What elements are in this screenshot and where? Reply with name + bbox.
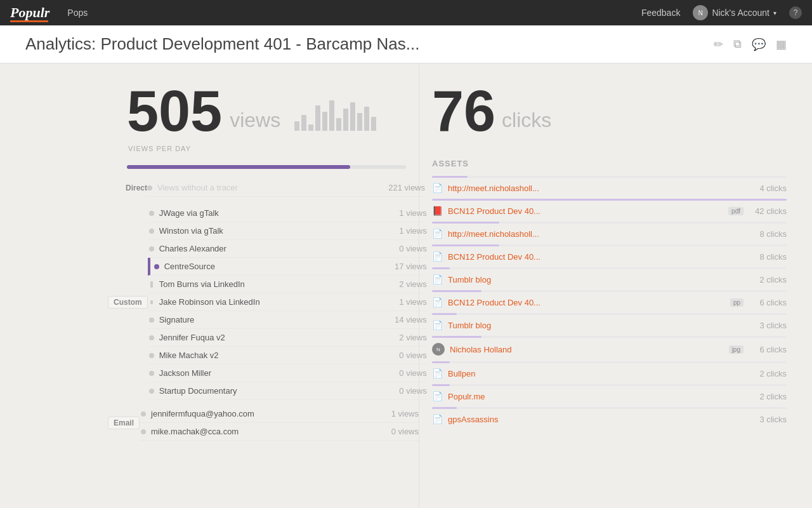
dot-icon [149,318,154,323]
asset-name[interactable]: Populr.me [448,392,743,401]
referrer-item: jennifermfuqua@yahoo.com 1 views [140,405,419,423]
section-custom-label: Custom [108,296,148,309]
asset-name[interactable]: Tumblr blog [448,275,743,284]
referrer-name: Startup Documentary [159,386,400,396]
dot-icon [149,246,154,251]
asset-item: 📄 Bullpen 2 clicks [432,361,787,384]
chart-bar [371,117,376,131]
asset-progress-fill [432,407,457,409]
referrer-item: mike.machak@cca.com 0 views [140,423,419,441]
asset-progress-fill [432,244,499,246]
doc-icon: 📄 [432,391,443,401]
referrer-count: 2 views [399,279,426,289]
referrer-count: 0 views [399,351,426,360]
account-name: Nick's Account [712,8,769,18]
pops-link[interactable]: Pops [67,8,88,18]
feedback-link[interactable]: Feedback [641,8,680,18]
chart-icon[interactable]: ▦ [776,37,787,51]
referrer-count: 1 views [399,208,426,218]
asset-name[interactable]: BCN12 Product Dev 40... [448,206,721,216]
account-menu[interactable]: N Nick's Account ▾ [693,5,776,20]
asset-name[interactable]: http://meet.nicholasholl... [448,229,743,239]
asset-item: 📄 Populr.me 2 clicks [432,384,787,406]
asset-row: 📄 BCN12 Product Dev 40... pp 6 clicks [432,293,787,312]
asset-name[interactable]: BCN12 Product Dev 40... [448,298,723,307]
asset-row: 📄 Tumblr blog 2 clicks [432,270,787,290]
asset-item: N Nicholas Holland jpg 6 clicks [432,336,787,361]
doc-icon: 📄 [432,229,443,239]
page-actions: ✏ ⧉ 💬 ▦ [714,37,787,51]
asset-progress-bar [432,267,787,269]
logo[interactable]: Populr [10,4,49,21]
asset-row: N Nicholas Holland jpg 6 clicks [432,338,787,361]
doc-icon: 📄 [432,297,443,307]
asset-item: 📄 Tumblr blog 2 clicks [432,267,787,290]
expand-icon[interactable]: ⧉ [733,37,742,51]
referrer-item: Jake Robinson via LinkedIn 1 views [148,293,427,311]
referrer-item: Charles Alexander 0 views [148,240,427,258]
referrer-count: 2 views [399,333,426,342]
referrer-name: jennifermfuqua@yahoo.com [151,409,391,418]
referrer-name: Jennifer Fuqua v2 [159,333,400,342]
dot-icon [154,264,159,269]
chart-bar [336,118,341,131]
dot-icon [149,371,154,376]
asset-row: 📄 http://meet.nicholasholl... 8 clicks [432,224,787,244]
comment-icon[interactable]: 💬 [752,37,766,51]
asset-row: 📄 Tumblr blog 3 clicks [432,316,787,335]
referrer-item: Mike Machak v2 0 views [148,347,427,364]
asset-clicks: 42 clicks [749,206,787,216]
referrer-name: CentreSource [164,262,395,271]
asset-progress-bar [432,290,787,292]
chart-bar [308,124,313,131]
views-per-day-label: VIEWS PER DAY [128,145,400,152]
asset-item: 📕 BCN12 Product Dev 40... pdf 42 clicks [432,199,787,221]
asset-clicks: 2 clicks [749,275,787,284]
asset-name[interactable]: BCN12 Product Dev 40... [448,252,743,262]
custom-referrer-list: JWage via gTalk 1 views Winston via gTal… [148,204,427,400]
chevron-down-icon: ▾ [773,10,776,17]
asset-item: 📄 Tumblr blog 3 clicks [432,313,787,335]
asset-name[interactable]: gpsAssassins [448,415,743,424]
dot-icon [149,335,154,340]
main-content: 505 views VIEWS PER DAY [0,64,812,508]
referrer-count: 0 views [399,386,426,396]
asset-name[interactable]: Nicholas Holland [450,345,721,354]
views-progress-fill [127,165,350,169]
doc-icon: 📄 [432,414,443,424]
asset-progress-fill [432,336,481,338]
asset-badge: pdf [728,207,743,215]
help-button[interactable]: ? [789,6,802,19]
nav-right: Feedback N Nick's Account ▾ ? [641,5,802,20]
referrer-item: Tom Burns via LinkedIn 2 views [148,276,427,293]
asset-name[interactable]: Tumblr blog [448,321,743,330]
asset-clicks: 6 clicks [749,298,787,307]
doc-icon: 📄 [432,274,443,284]
asset-name[interactable]: Bullpen [448,369,743,378]
edit-icon[interactable]: ✏ [714,37,723,51]
referrer-name: Views without a tracer [157,183,388,192]
referrer-name: Signature [159,315,395,324]
referrer-item: Startup Documentary 0 views [148,382,427,400]
asset-clicks: 8 clicks [749,252,787,262]
chart-bar [350,102,355,131]
right-panel: 76 clicks Assets 📄 http://meet.nicholash… [419,64,812,508]
referrer-item: JWage via gTalk 1 views [148,204,427,222]
dot-icon [150,300,153,304]
avatar: N [693,5,708,20]
avatar: N [432,343,445,356]
referrer-count: 221 views [388,183,425,192]
asset-item: 📄 BCN12 Product Dev 40... 8 clicks [432,244,787,267]
clicks-hero: 76 clicks [432,83,787,140]
asset-progress-bar [432,361,787,363]
dot-icon [150,281,153,288]
asset-progress-fill [432,313,457,315]
asset-clicks: 2 clicks [749,369,787,378]
asset-progress-fill [432,222,499,224]
asset-name[interactable]: http://meet.nicholasholl... [448,184,743,193]
clicks-count: 76 [432,83,495,140]
referrer-item: Jennifer Fuqua v2 2 views [148,329,427,347]
asset-progress-bar [432,407,787,409]
asset-progress-bar [432,222,787,224]
asset-row: 📄 Populr.me 2 clicks [432,387,787,406]
